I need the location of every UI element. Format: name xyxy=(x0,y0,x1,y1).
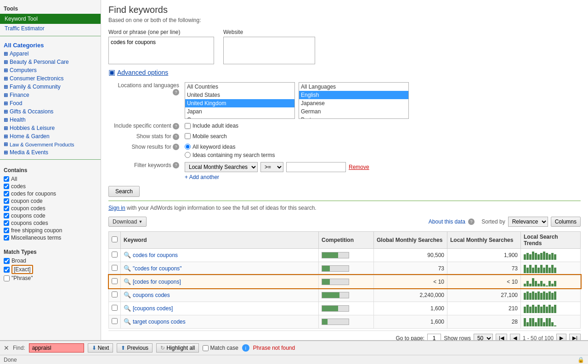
download-button[interactable]: Download ▼ xyxy=(108,217,147,227)
keyword-link[interactable]: [codes for coupons] xyxy=(133,279,181,285)
page-number-input[interactable] xyxy=(427,334,441,340)
contains-coupons-codes[interactable]: coupons codes xyxy=(4,219,97,227)
location-germany[interactable]: Germany xyxy=(185,116,294,119)
language-english[interactable]: English xyxy=(299,91,408,99)
filter-value-input[interactable] xyxy=(286,162,346,172)
columns-button[interactable]: Columns xyxy=(551,217,581,227)
row-checkbox[interactable] xyxy=(112,305,118,311)
category-food[interactable]: ⊞ Food xyxy=(0,99,101,107)
keyword-link[interactable]: target coupons codes xyxy=(133,319,186,325)
location-us[interactable]: United States xyxy=(185,91,294,99)
select-all-checkbox[interactable] xyxy=(112,236,118,242)
location-all-countries[interactable]: All Countries xyxy=(185,83,294,91)
magnify-icon[interactable]: 🔍 xyxy=(124,305,131,312)
show-stats-help-icon[interactable]: ? xyxy=(173,134,179,140)
category-home-garden[interactable]: ⊞ Home & Garden xyxy=(0,132,101,140)
all-keyword-ideas-radio[interactable] xyxy=(185,144,191,150)
advanced-options-toggle[interactable]: ▣ Advanced options xyxy=(108,68,581,77)
match-case-label[interactable]: Match case xyxy=(203,345,238,351)
keyword-link[interactable]: coupons codes xyxy=(133,292,170,298)
row-checkbox[interactable] xyxy=(112,265,118,271)
keyword-link[interactable]: "codes for coupons" xyxy=(133,265,182,272)
remove-filter-link[interactable]: Remove xyxy=(349,164,369,170)
match-phrase[interactable]: "Phrase" xyxy=(4,274,97,282)
contains-misc-terms[interactable]: Miscellaneous terms xyxy=(4,234,97,241)
category-health[interactable]: ⊞ Health xyxy=(0,116,101,124)
locations-listbox[interactable]: All Countries United States United Kingd… xyxy=(185,82,295,119)
category-media-events[interactable]: ⊞ Media & Events xyxy=(0,148,101,157)
signin-link[interactable]: Sign in xyxy=(108,205,125,211)
category-computers[interactable]: ⊞ Computers xyxy=(0,66,101,74)
keyword-tool-item[interactable]: Keyword Tool xyxy=(0,14,101,24)
last-page-button[interactable]: ▶| xyxy=(569,334,581,340)
contains-all[interactable]: All xyxy=(4,175,97,183)
ideas-containing-radio-label[interactable]: Ideas containing my search terms xyxy=(185,152,578,158)
row-checkbox[interactable] xyxy=(112,278,118,284)
include-help-icon[interactable]: ? xyxy=(173,123,179,129)
find-close-icon[interactable]: ✕ xyxy=(4,344,9,352)
language-all[interactable]: All Languages xyxy=(299,83,408,91)
magnify-icon[interactable]: 🔍 xyxy=(124,318,131,325)
category-finance[interactable]: ⊞ Finance xyxy=(0,91,101,99)
website-input[interactable] xyxy=(223,37,315,64)
category-family-community[interactable]: ⊞ Family & Community xyxy=(0,83,101,91)
ideas-containing-radio[interactable] xyxy=(185,152,191,158)
locations-help-icon[interactable]: ? xyxy=(173,89,179,95)
keyword-link[interactable]: [coupons codes] xyxy=(133,305,173,312)
magnify-icon[interactable]: 🔍 xyxy=(124,278,131,285)
contains-coupons-code[interactable]: coupons code xyxy=(4,212,97,219)
contains-free-shipping[interactable]: free shipping coupon xyxy=(4,227,97,234)
category-gifts-occasions[interactable]: ⊞ Gifts & Occasions xyxy=(0,107,101,116)
mobile-search-checkbox-label[interactable]: Mobile search xyxy=(185,133,578,140)
mobile-search-checkbox[interactable] xyxy=(185,133,191,139)
keyword-link[interactable]: codes for coupons xyxy=(133,252,178,258)
traffic-estimator-item[interactable]: Traffic Estimator xyxy=(0,24,101,33)
match-exact[interactable]: [Exact] xyxy=(4,264,97,274)
find-input[interactable] xyxy=(29,343,84,353)
row-checkbox[interactable] xyxy=(112,318,118,324)
search-button[interactable]: Search xyxy=(108,186,140,197)
rows-per-page-select[interactable]: 50 xyxy=(474,334,493,340)
next-page-button[interactable]: ▶ xyxy=(556,334,566,340)
word-phrase-input[interactable]: codes for coupons xyxy=(108,37,214,64)
find-next-button[interactable]: ⬇ Next xyxy=(88,343,113,353)
relevance-select[interactable]: Relevance xyxy=(508,217,548,227)
magnify-icon[interactable]: 🔍 xyxy=(124,252,131,258)
filter-operator-select[interactable]: >= xyxy=(260,162,283,172)
include-adult-checkbox[interactable] xyxy=(185,123,191,129)
first-page-button[interactable]: |◀ xyxy=(496,334,507,340)
match-broad[interactable]: Broad xyxy=(4,257,97,264)
contains-codes-for-coupons[interactable]: codes for coupons xyxy=(4,190,97,197)
category-consumer-electronics[interactable]: ⊞ Consumer Electronics xyxy=(0,74,101,83)
contains-codes[interactable]: codes xyxy=(4,183,97,190)
languages-listbox[interactable]: All Languages English Japanese German Po… xyxy=(299,82,409,119)
category-hobbies-leisure[interactable]: ⊞ Hobbies & Leisure xyxy=(0,124,101,132)
row-checkbox[interactable] xyxy=(112,252,118,258)
contains-coupon-codes[interactable]: coupon codes xyxy=(4,205,97,212)
match-case-checkbox[interactable] xyxy=(203,345,209,351)
contains-coupon-code[interactable]: coupon code xyxy=(4,197,97,205)
prev-page-button[interactable]: ◀ xyxy=(510,334,520,340)
category-law-government[interactable]: ⊞ Law & Government Products xyxy=(0,140,101,148)
language-portuguese[interactable]: Portuguese xyxy=(299,116,408,119)
language-japanese[interactable]: Japanese xyxy=(299,99,408,107)
location-japan[interactable]: Japan xyxy=(185,107,294,116)
info-icon[interactable]: i xyxy=(242,344,249,352)
filter-help-icon[interactable]: ? xyxy=(173,162,179,168)
row-checkbox[interactable] xyxy=(112,291,118,297)
find-previous-button[interactable]: ⬆ Previous xyxy=(117,343,153,353)
magnify-icon[interactable]: 🔍 xyxy=(124,291,131,298)
category-beauty[interactable]: ⊞ Beauty & Personal Care xyxy=(0,58,101,66)
filter-type-select[interactable]: Local Monthly Searches xyxy=(185,162,258,172)
about-data-help-icon[interactable]: ? xyxy=(468,218,475,225)
show-results-help-icon[interactable]: ? xyxy=(173,144,179,150)
language-german[interactable]: German xyxy=(299,107,408,116)
add-another-filter-link[interactable]: + Add another xyxy=(185,174,219,180)
include-adult-checkbox-label[interactable]: Include adult ideas xyxy=(185,123,578,129)
highlight-all-button[interactable]: ↻ Highlight all xyxy=(156,343,199,353)
about-data-link[interactable]: About this data xyxy=(429,218,465,225)
all-keyword-ideas-radio-label[interactable]: All keyword ideas xyxy=(185,144,578,150)
magnify-icon[interactable]: 🔍 xyxy=(124,265,131,272)
location-uk[interactable]: United Kingdom xyxy=(185,99,294,107)
category-apparel[interactable]: ⊞ Apparel xyxy=(0,50,101,58)
